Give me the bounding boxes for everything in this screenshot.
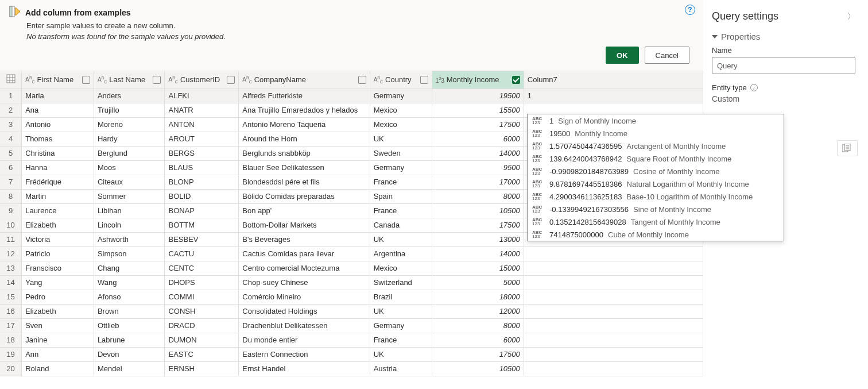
income-cell[interactable]: 15000 [432,261,524,275]
cell[interactable]: AROUT [165,132,239,146]
cell[interactable]: Bon app' [239,203,370,218]
cell[interactable]: Patricio [22,247,94,261]
cell[interactable]: Christina [22,146,94,160]
cell[interactable]: Elizabeth [22,218,94,232]
cell[interactable]: Ana Trujillo Emaredados y helados [239,103,370,117]
table-row[interactable]: 14YangWangDHOPSChop-suey ChineseSwitzerl… [0,275,703,290]
column-header-monthly-income[interactable]: 123Monthly Income [432,71,524,88]
cell[interactable]: Elizabeth [22,304,94,318]
cell[interactable]: Victoria [22,232,94,247]
income-cell[interactable]: 8000 [432,318,524,333]
cell[interactable]: Blondesddsl pére et fils [239,175,370,189]
cell[interactable]: Alfreds Futterkiste [239,88,370,103]
cell[interactable]: Berglund [94,146,165,160]
cell[interactable]: COMMI [165,290,239,304]
cell[interactable]: Franscisco [22,261,94,275]
cell[interactable]: Bólido Comidas preparadas [239,189,370,203]
cell[interactable]: BESBEV [165,232,239,247]
cell[interactable]: Brown [94,304,165,318]
cell[interactable]: Germany [370,160,432,175]
income-cell[interactable]: 13000 [432,232,524,247]
cell[interactable]: Sommer [94,189,165,203]
cell[interactable]: Du monde entier [239,333,370,347]
row-number[interactable]: 3 [0,117,22,132]
cell[interactable]: ANTON [165,117,239,132]
cell[interactable]: Ernst Handel [239,361,370,376]
row-number[interactable]: 2 [0,103,22,117]
column-header-companyname[interactable]: ABCCompanyName [239,71,370,88]
cell[interactable]: Germany [370,88,432,103]
cell[interactable]: Ann [22,347,94,361]
row-number[interactable]: 7 [0,175,22,189]
cell[interactable]: Roland [22,361,94,376]
example-input-cell[interactable] [524,318,703,333]
column-header-column7[interactable]: Column7 [524,71,703,88]
cell[interactable]: DRACD [165,318,239,333]
income-cell[interactable]: 6000 [432,132,524,146]
cell[interactable]: Consolidated Holdings [239,304,370,318]
income-cell[interactable]: 10500 [432,361,524,376]
ok-button[interactable]: OK [606,47,639,64]
cell[interactable]: Sweden [370,146,432,160]
suggestion-item[interactable]: ABC123-0.13399492167303556 Sine of Month… [528,203,784,215]
cell[interactable]: BOTTM [165,218,239,232]
example-input-cell[interactable] [524,361,703,376]
cell[interactable]: Bottom-Dollar Markets [239,218,370,232]
cell[interactable]: Germany [370,318,432,333]
suggestion-dropdown[interactable]: ABC1231 Sign of Monthly IncomeABC1231950… [527,114,784,241]
cell[interactable]: Comércio Mineiro [239,290,370,304]
suggestion-item[interactable]: ABC1234.2900346113625183 Base-10 Logarit… [528,190,784,203]
row-number[interactable]: 13 [0,261,22,275]
cell[interactable]: Hardy [94,132,165,146]
cell[interactable]: UK [370,232,432,247]
cell[interactable]: Moreno [94,117,165,132]
cell[interactable]: France [370,175,432,189]
income-cell[interactable]: 17500 [432,117,524,132]
cancel-button[interactable]: Cancel [645,47,689,64]
income-cell[interactable]: 6000 [432,333,524,347]
cell[interactable]: Wang [94,275,165,290]
table-row[interactable]: 17SvenOttliebDRACDDrachenblut Delikatess… [0,318,703,333]
info-icon[interactable]: i [750,84,758,91]
cell[interactable]: Anders [94,88,165,103]
row-number[interactable]: 4 [0,132,22,146]
cell[interactable]: EASTC [165,347,239,361]
row-number[interactable]: 1 [0,88,22,103]
cell[interactable]: Simpson [94,247,165,261]
cell[interactable]: Antonio Moreno Taqueria [239,117,370,132]
cell[interactable]: CENTC [165,261,239,275]
row-number[interactable]: 20 [0,361,22,376]
cell[interactable]: France [370,333,432,347]
suggestion-item[interactable]: ABC12319500 Monthly Income [528,127,784,140]
cell[interactable]: BLAUS [165,160,239,175]
income-cell[interactable]: 5000 [432,275,524,290]
cell[interactable]: Laurence [22,203,94,218]
example-input-cell[interactable] [524,261,703,275]
example-input-cell[interactable]: 1 [524,88,703,103]
cell[interactable]: Drachenblut Delikatessen [239,318,370,333]
cell[interactable]: Antonio [22,117,94,132]
row-number[interactable]: 11 [0,232,22,247]
income-cell[interactable]: 10500 [432,203,524,218]
cell[interactable]: CACTU [165,247,239,261]
cell[interactable]: DUMON [165,333,239,347]
cell[interactable]: B's Beverages [239,232,370,247]
query-name-input[interactable] [712,57,855,74]
cell[interactable]: BERGS [165,146,239,160]
cell[interactable]: Trujillo [94,103,165,117]
cell[interactable]: Eastern Connection [239,347,370,361]
column-checkbox[interactable] [82,76,90,84]
cell[interactable]: Blauer See Delikatessen [239,160,370,175]
cell[interactable]: Ottlieb [94,318,165,333]
cell[interactable]: Frédérique [22,175,94,189]
cell[interactable]: Mexico [370,103,432,117]
cell[interactable]: Argentina [370,247,432,261]
cell[interactable]: BLONP [165,175,239,189]
cell[interactable]: UK [370,132,432,146]
income-cell[interactable]: 17500 [432,218,524,232]
cell[interactable]: Spain [370,189,432,203]
cell[interactable]: Sven [22,318,94,333]
cell[interactable]: Ana [22,103,94,117]
column-header-last-name[interactable]: ABCLast Name [94,71,165,88]
cell[interactable]: Afonso [94,290,165,304]
